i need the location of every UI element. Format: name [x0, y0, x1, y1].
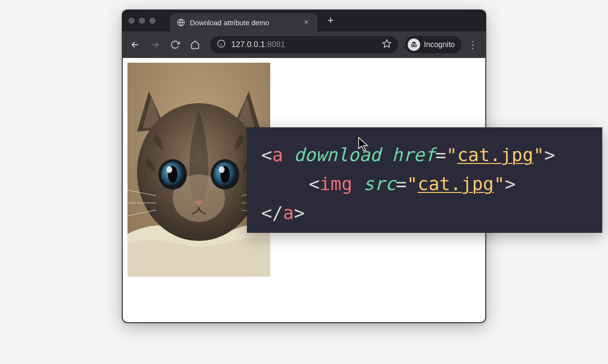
- address-bar[interactable]: 127.0.0.1:8081: [210, 36, 398, 53]
- code-snippet-overlay: <a download href="cat.jpg"> <img src="ca…: [247, 127, 602, 233]
- svg-marker-4: [383, 40, 391, 48]
- incognito-label: Incognito: [424, 40, 455, 49]
- svg-point-14: [167, 166, 172, 173]
- close-tab-button[interactable]: ×: [302, 18, 311, 27]
- code-line-2: <img src="cat.jpg">: [261, 170, 588, 199]
- site-info-icon[interactable]: [217, 39, 226, 50]
- traffic-lights: [128, 18, 156, 24]
- maximize-window-button[interactable]: [149, 18, 156, 24]
- incognito-icon: [408, 38, 420, 51]
- toolbar: 127.0.0.1:8081 Incognito ⋮: [122, 31, 486, 58]
- tab-title: Download attribute demo: [190, 19, 297, 27]
- code-line-1: <a download href="cat.jpg">: [261, 141, 588, 170]
- svg-point-18: [219, 166, 225, 173]
- minimize-window-button[interactable]: [139, 18, 145, 24]
- home-button[interactable]: [186, 36, 204, 53]
- svg-point-5: [412, 45, 414, 47]
- new-tab-button[interactable]: +: [324, 14, 337, 27]
- titlebar: Download attribute demo × +: [122, 10, 486, 31]
- reload-button[interactable]: [167, 36, 184, 53]
- forward-button[interactable]: [147, 36, 164, 53]
- bookmark-star-icon[interactable]: [382, 39, 392, 50]
- incognito-badge[interactable]: Incognito: [405, 36, 461, 53]
- back-button[interactable]: [127, 36, 144, 53]
- browser-tab[interactable]: Download attribute demo ×: [170, 13, 317, 31]
- globe-icon: [177, 18, 185, 27]
- code-line-3: </a>: [261, 199, 588, 228]
- close-window-button[interactable]: [128, 18, 135, 24]
- url-text: 127.0.0.1:8081: [231, 40, 376, 49]
- svg-point-6: [414, 45, 417, 47]
- menu-button[interactable]: ⋮: [464, 36, 481, 53]
